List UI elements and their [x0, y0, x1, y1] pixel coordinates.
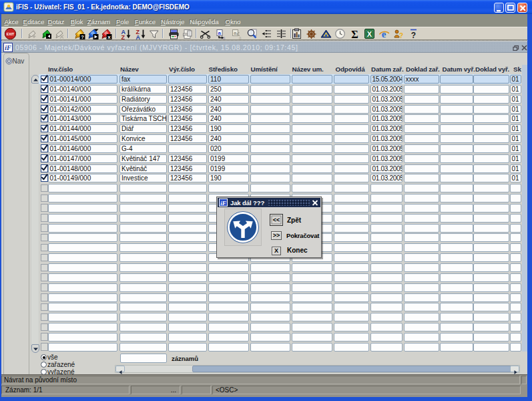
svg-text:a: a: [239, 35, 242, 40]
svg-text:iF: iF: [5, 43, 11, 51]
svg-text:iF: iF: [220, 200, 226, 207]
svg-text:a: a: [218, 30, 222, 36]
svg-text:?: ?: [399, 31, 403, 39]
svg-text:?: ?: [81, 34, 84, 39]
svg-text:A: A: [136, 34, 141, 40]
svg-text:Σ: Σ: [351, 29, 358, 40]
svg-text:a: a: [223, 35, 226, 40]
svg-text:e: e: [382, 29, 386, 39]
svg-text:a: a: [234, 30, 237, 36]
svg-text:Z: Z: [121, 34, 125, 40]
svg-text:?: ?: [411, 31, 416, 40]
svg-text:EXIT: EXIT: [7, 32, 15, 36]
svg-text:X: X: [367, 30, 372, 38]
svg-text:x: x: [107, 34, 111, 39]
